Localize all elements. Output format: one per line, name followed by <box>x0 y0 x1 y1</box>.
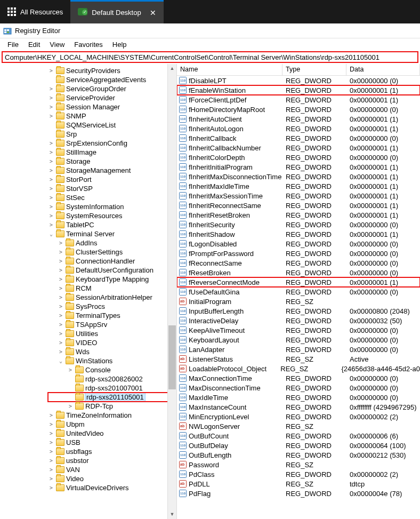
value-row[interactable]: 110fResetBrokenREG_DWORD0x00000000 (0) <box>177 268 420 277</box>
tree-node[interactable]: >KeyboardType Mapping <box>48 275 176 284</box>
tree-node[interactable]: >ServiceGroupOrder <box>48 84 176 93</box>
value-row[interactable]: 110fInheritAutoLogonREG_DWORD0x00000001 … <box>177 124 420 133</box>
value-row[interactable]: 110KeepAliveTimeoutREG_DWORD0x00000000 (… <box>177 325 420 335</box>
chevron-right-icon[interactable]: > <box>58 285 64 291</box>
col-type[interactable]: Type <box>282 64 346 75</box>
scroll-up-icon[interactable]: ▲ <box>168 64 176 73</box>
tree-node[interactable]: >SessionArbitrationHelper <box>48 293 176 302</box>
tree-node[interactable]: >RCM <box>48 284 176 293</box>
chevron-right-icon[interactable]: > <box>48 86 54 92</box>
tree-node[interactable]: >Session Manager <box>48 102 176 111</box>
tree-node[interactable]: >StorPort <box>48 175 176 184</box>
value-row[interactable]: 110PdFlagREG_DWORD0x0000004e (78) <box>177 489 420 498</box>
tree-node[interactable]: >StillImage <box>48 148 176 157</box>
value-row[interactable]: 110fLogonDisabledREG_DWORD0x00000000 (0) <box>177 239 420 249</box>
value-row[interactable]: 110MaxConnectionTimeREG_DWORD0x00000000 … <box>177 373 420 383</box>
tree-node[interactable]: >TSAppSrv <box>48 320 176 329</box>
tree-node[interactable]: >TabletPC <box>48 220 176 229</box>
value-row[interactable]: 110fReconnectSameREG_DWORD0x00000000 (0) <box>177 258 420 268</box>
value-row[interactable]: 110fHomeDirectoryMapRootREG_DWORD0x00000… <box>177 105 420 114</box>
tree-node[interactable]: >StorageManagement <box>48 166 176 175</box>
tree-node[interactable]: ServiceAggregatedEvents <box>48 75 176 84</box>
menu-favorites[interactable]: Favorites <box>70 39 107 50</box>
values-panel[interactable]: Name Type Data 110fDisableLPTREG_DWORD0x… <box>177 64 420 519</box>
value-row[interactable]: 110MinEncryptionLevelREG_DWORD0x00000002… <box>177 412 420 421</box>
tree-node[interactable]: >TimeZoneInformation <box>48 411 176 420</box>
value-row[interactable]: 110OutBufLengthREG_DWORD0x00000212 (530) <box>177 450 420 460</box>
chevron-right-icon[interactable]: > <box>48 113 54 119</box>
col-name[interactable]: Name <box>177 64 282 75</box>
chevron-right-icon[interactable]: > <box>58 276 64 282</box>
menu-edit[interactable]: Edit <box>24 39 44 50</box>
chevron-right-icon[interactable]: > <box>48 485 54 491</box>
chevron-right-icon[interactable]: > <box>58 294 64 300</box>
chevron-right-icon[interactable]: > <box>48 149 54 155</box>
tree-node[interactable]: >SNMP <box>48 111 176 121</box>
menu-help[interactable]: Help <box>108 39 131 50</box>
tree-node[interactable]: >RDP-Tcp <box>48 402 176 411</box>
value-row[interactable]: 110InteractiveDelayREG_DWORD0x00000032 (… <box>177 316 420 325</box>
tree-node[interactable]: >SystemInformation <box>48 202 176 211</box>
value-row[interactable]: 110fInheritColorDepthREG_DWORD0x00000000… <box>177 153 420 162</box>
value-row[interactable]: abInitialProgramREG_SZ <box>177 297 420 306</box>
value-row[interactable]: abNWLogonServerREG_SZ <box>177 421 420 431</box>
value-row[interactable]: 110fInheritMaxDisconnectionTimeREG_DWORD… <box>177 172 420 181</box>
tree-node[interactable]: rdp-sxs201007001 <box>48 384 176 393</box>
chevron-right-icon[interactable]: > <box>48 449 54 454</box>
chevron-right-icon[interactable]: > <box>48 430 54 436</box>
chevron-right-icon[interactable]: > <box>48 186 54 191</box>
tree-node[interactable]: >VirtualDeviceDrivers <box>48 483 176 492</box>
chevron-right-icon[interactable]: > <box>48 222 54 228</box>
col-data[interactable]: Data <box>346 64 420 75</box>
address-bar[interactable]: Computer\HKEY_LOCAL_MACHINE\SYSTEM\Curre… <box>2 51 418 63</box>
value-row[interactable]: 110fUseDefaultGinaREG_DWORD0x00000000 (0… <box>177 287 420 297</box>
value-row[interactable]: abLoadableProtocol_ObjectREG_SZ{24656d38… <box>177 364 420 373</box>
value-row[interactable]: 110fEnableWinStationREG_DWORD0x00000001 … <box>177 85 420 95</box>
value-row[interactable]: 110fInheritCallbackNumberREG_DWORD0x0000… <box>177 143 420 153</box>
chevron-right-icon[interactable]: > <box>48 467 54 473</box>
chevron-right-icon[interactable]: > <box>58 322 64 328</box>
value-row[interactable]: 110fInheritMaxIdleTimeREG_DWORD0x0000000… <box>177 181 420 191</box>
tree-node[interactable]: >SrpExtensionConfig <box>48 139 176 148</box>
tree-node[interactable]: >ConnectionHandler <box>48 257 176 266</box>
tree-node[interactable]: rdp-sxs201105001 <box>48 393 176 402</box>
scroll-down-icon[interactable]: ▼ <box>168 510 176 519</box>
value-row[interactable]: 110KeyboardLayoutREG_DWORD0x00000000 (0) <box>177 335 420 345</box>
value-row[interactable]: 110fForceClientLptDefREG_DWORD0x00000001… <box>177 95 420 105</box>
tree-node[interactable]: >DefaultUserConfiguration <box>48 266 176 275</box>
chevron-right-icon[interactable]: > <box>58 304 64 309</box>
value-row[interactable]: 110fInheritMaxSessionTimeREG_DWORD0x0000… <box>177 191 420 201</box>
tree-node[interactable]: >USB <box>48 438 176 447</box>
tree-node[interactable]: ⌄WinStations <box>48 356 176 365</box>
value-row[interactable]: 110PdClassREG_DWORD0x00000002 (2) <box>177 469 420 479</box>
chevron-right-icon[interactable]: > <box>67 403 74 409</box>
value-row[interactable]: 110fInheritShadowREG_DWORD0x00000001 (1) <box>177 229 420 239</box>
tree-node[interactable]: >SysProcs <box>48 302 176 311</box>
value-row[interactable]: 110fInheritSecurityREG_DWORD0x00000000 (… <box>177 220 420 229</box>
chevron-down-icon[interactable]: ⌄ <box>48 231 54 237</box>
chevron-right-icon[interactable]: > <box>58 249 64 255</box>
value-row[interactable]: abListenerStatusREG_SZActive <box>177 354 420 364</box>
tree-node[interactable]: >TerminalTypes <box>48 311 176 320</box>
chevron-right-icon[interactable]: > <box>48 476 54 482</box>
chevron-right-icon[interactable]: > <box>58 240 64 246</box>
scroll-thumb[interactable] <box>168 325 176 389</box>
chevron-right-icon[interactable]: > <box>48 158 54 164</box>
chevron-right-icon[interactable]: > <box>48 195 54 201</box>
value-row[interactable]: 110OutBufCountREG_DWORD0x00000006 (6) <box>177 431 420 441</box>
tab-all-resources[interactable]: All Resources <box>0 0 70 23</box>
tree-node[interactable]: >usbflags <box>48 447 176 456</box>
chevron-right-icon[interactable]: > <box>58 258 64 264</box>
value-row[interactable]: 110LanAdapterREG_DWORD0x00000000 (0) <box>177 345 420 354</box>
value-row[interactable]: 110fReverseConnectModeREG_DWORD0x0000000… <box>177 277 420 287</box>
tree-node[interactable]: >Utilities <box>48 329 176 338</box>
tree-node[interactable]: >SystemResources <box>48 211 176 220</box>
value-row[interactable]: 110InputBufferLengthREG_DWORD0x00000800 … <box>177 306 420 316</box>
chevron-right-icon[interactable]: > <box>48 177 54 182</box>
chevron-right-icon[interactable]: > <box>58 331 64 337</box>
value-row[interactable]: 110fInheritInitialProgramREG_DWORD0x0000… <box>177 162 420 172</box>
tree-node[interactable]: ⌄Terminal Server <box>48 229 176 238</box>
chevron-right-icon[interactable]: > <box>58 313 64 318</box>
close-icon[interactable]: ✕ <box>150 9 156 17</box>
tree-node[interactable]: >AddIns <box>48 238 176 247</box>
